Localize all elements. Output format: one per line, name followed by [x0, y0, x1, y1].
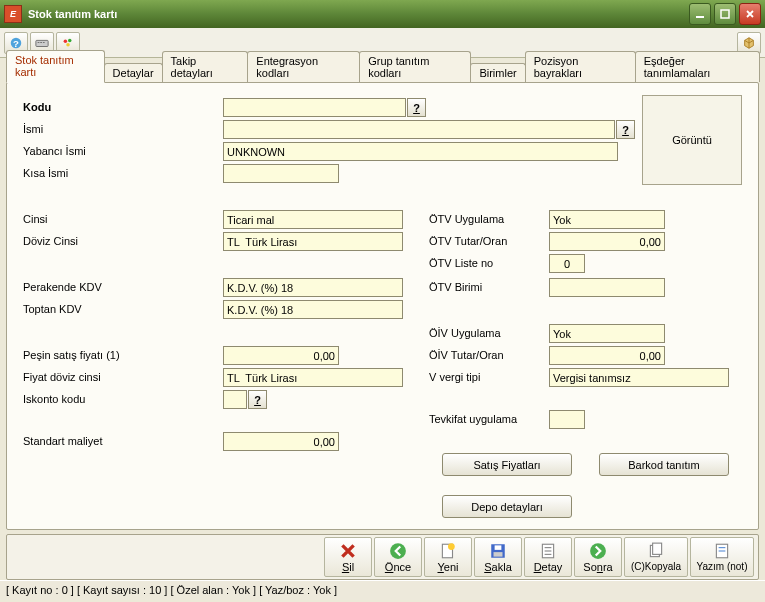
prev-icon — [389, 542, 407, 560]
kopyala-text: (C)Kopyala — [631, 561, 681, 572]
toptan-input[interactable] — [223, 300, 403, 319]
svg-text:?: ? — [13, 37, 19, 48]
status-bar: [ Kayıt no : 0 ] [ Kayıt sayısı : 10 ] [… — [0, 580, 765, 600]
pesin-input[interactable] — [223, 346, 339, 365]
tab-takip[interactable]: Takip detayları — [162, 51, 249, 82]
otv-tutar-label: ÖTV Tutar/Oran — [429, 235, 507, 247]
svg-point-10 — [66, 43, 70, 47]
ismi-label: İsmi — [23, 123, 43, 135]
tab-grup[interactable]: Grup tanıtım kodları — [359, 51, 471, 82]
satis-fiyatlari-label: Satış Fiyatları — [473, 459, 540, 471]
kisa-label: Kısa İsmi — [23, 167, 68, 179]
new-icon — [439, 542, 457, 560]
detail-icon — [539, 542, 557, 560]
standart-input[interactable] — [223, 432, 339, 451]
iskonto-lookup[interactable]: ? — [248, 390, 267, 409]
svg-rect-15 — [495, 545, 502, 550]
once-text: nce — [393, 561, 411, 573]
svg-rect-16 — [494, 552, 503, 557]
satis-fiyatlari-button[interactable]: Satış Fiyatları — [442, 453, 572, 476]
sonra-button[interactable]: Sonra — [574, 537, 622, 577]
pesin-label: Peşin satış fiyatı (1) — [23, 349, 120, 361]
maximize-button[interactable] — [714, 3, 736, 25]
ismi-input[interactable] — [223, 120, 615, 139]
depo-label: Depo detayları — [471, 501, 543, 513]
detay-button[interactable]: Detay — [524, 537, 572, 577]
standart-label: Standart maliyet — [23, 435, 102, 447]
goruntu-box[interactable]: Görüntü — [642, 95, 742, 185]
sil-text: il — [349, 561, 354, 573]
svg-rect-7 — [43, 42, 45, 43]
depo-button[interactable]: Depo detayları — [442, 495, 572, 518]
svg-rect-5 — [38, 42, 40, 43]
perakende-input[interactable] — [223, 278, 403, 297]
yabanci-input[interactable] — [223, 142, 618, 161]
svg-point-21 — [590, 543, 606, 559]
minimize-button[interactable] — [689, 3, 711, 25]
oiv-uyg-input[interactable] — [549, 324, 665, 343]
tevkifat-input[interactable] — [549, 410, 585, 429]
app-icon: E — [4, 5, 22, 23]
bottom-toolbar: Sil Önce Yeni Sakla Detay Sonra (C)Kopya… — [6, 534, 759, 580]
otv-uyg-label: ÖTV Uygulama — [429, 213, 504, 225]
kisa-input[interactable] — [223, 164, 339, 183]
svg-rect-23 — [653, 543, 662, 554]
vvergi-label: V vergi tipi — [429, 371, 480, 383]
svg-rect-6 — [40, 42, 42, 43]
next-icon — [589, 542, 607, 560]
svg-rect-1 — [721, 10, 729, 18]
doviz-cinsi-input[interactable] — [223, 232, 403, 251]
otv-liste-input[interactable] — [549, 254, 585, 273]
iskonto-label: Iskonto kodu — [23, 393, 85, 405]
yeni-button[interactable]: Yeni — [424, 537, 472, 577]
otv-uyg-input[interactable] — [549, 210, 665, 229]
detay-text: etay — [542, 561, 563, 573]
goruntu-label: Görüntü — [672, 134, 712, 146]
otv-birimi-input[interactable] — [549, 278, 665, 297]
kodu-input[interactable] — [223, 98, 406, 117]
window-title: Stok tanıtım kartı — [28, 8, 689, 20]
fiyat-doviz-input[interactable] — [223, 368, 403, 387]
iskonto-input[interactable] — [223, 390, 247, 409]
svg-point-13 — [448, 543, 455, 550]
toptan-label: Toptan KDV — [23, 303, 82, 315]
vvergi-input[interactable] — [549, 368, 729, 387]
tab-stok-tanitim[interactable]: Stok tanıtım kartı — [6, 50, 105, 83]
barkod-label: Barkod tanıtım — [628, 459, 700, 471]
svg-rect-4 — [36, 40, 48, 46]
yabanci-label: Yabancı İsmi — [23, 145, 86, 157]
close-button[interactable] — [739, 3, 761, 25]
sakla-text: akla — [492, 561, 512, 573]
tab-esdeger[interactable]: Eşdeğer tanımlamaları — [635, 51, 760, 82]
oiv-tutar-label: ÖİV Tutar/Oran — [429, 349, 504, 361]
cinsi-input[interactable] — [223, 210, 403, 229]
tab-detaylar[interactable]: Detaylar — [104, 63, 163, 82]
fiyat-doviz-label: Fiyat döviz cinsi — [23, 371, 101, 383]
sil-button[interactable]: Sil — [324, 537, 372, 577]
yazim-button[interactable]: Yazım (not) — [690, 537, 754, 577]
title-bar: E Stok tanıtım kartı — [0, 0, 765, 28]
save-icon — [489, 542, 507, 560]
oiv-tutar-input[interactable] — [549, 346, 665, 365]
kopyala-button[interactable]: (C)Kopyala — [624, 537, 688, 577]
svg-rect-0 — [696, 16, 704, 18]
kodu-label: Kodu — [23, 101, 51, 113]
tab-birimler[interactable]: Birimler — [470, 63, 525, 82]
svg-point-11 — [390, 543, 406, 559]
note-icon — [713, 542, 731, 560]
tab-entegrasyon[interactable]: Entegrasyon kodları — [247, 51, 360, 82]
svg-point-8 — [64, 39, 68, 43]
otv-tutar-input[interactable] — [549, 232, 665, 251]
oiv-uyg-label: ÖİV Uygulama — [429, 327, 501, 339]
yazim-text: Yazım (not) — [697, 561, 748, 572]
ismi-lookup[interactable]: ? — [616, 120, 635, 139]
once-button[interactable]: Önce — [374, 537, 422, 577]
tevkifat-label: Tevkifat uygulama — [429, 413, 517, 425]
sakla-button[interactable]: Sakla — [474, 537, 522, 577]
perakende-label: Perakende KDV — [23, 281, 102, 293]
kodu-lookup[interactable]: ? — [407, 98, 426, 117]
barkod-button[interactable]: Barkod tanıtım — [599, 453, 729, 476]
tab-pozisyon[interactable]: Pozisyon bayrakları — [525, 51, 636, 82]
sonra-text: So — [583, 561, 596, 573]
cinsi-label: Cinsi — [23, 213, 47, 225]
